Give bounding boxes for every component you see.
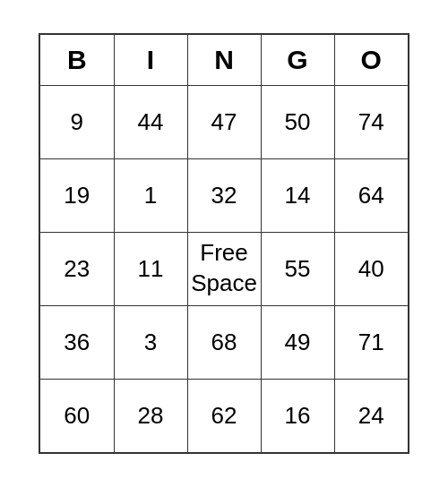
table-row: 191321464	[40, 158, 408, 232]
header-row: B I N G O	[40, 35, 408, 85]
cell-r4-c1: 28	[114, 379, 187, 452]
cell-r0-c1: 44	[114, 85, 187, 158]
cell-r0-c2: 47	[187, 85, 261, 158]
cell-r2-c4: 40	[334, 232, 408, 305]
cell-r0-c4: 74	[334, 85, 408, 158]
cell-r2-c3: 55	[261, 232, 334, 305]
table-row: 6028621624	[40, 379, 408, 452]
bingo-card: B I N G O 9444750741913214642311FreeSpac…	[39, 33, 409, 454]
cell-r3-c3: 49	[261, 305, 334, 379]
cell-r0-c3: 50	[261, 85, 334, 158]
table-row: 944475074	[40, 85, 408, 158]
cell-r1-c0: 19	[40, 158, 114, 232]
col-i: I	[114, 35, 187, 85]
table-row: 2311FreeSpace5540	[40, 232, 408, 305]
cell-r4-c4: 24	[334, 379, 408, 452]
cell-r3-c1: 3	[114, 305, 187, 379]
cell-r2-c1: 11	[114, 232, 187, 305]
cell-r1-c1: 1	[114, 158, 187, 232]
cell-r3-c4: 71	[334, 305, 408, 379]
col-n: N	[187, 35, 261, 85]
cell-r1-c2: 32	[187, 158, 261, 232]
cell-r3-c0: 36	[40, 305, 114, 379]
cell-r2-c0: 23	[40, 232, 114, 305]
cell-r1-c4: 64	[334, 158, 408, 232]
col-o: O	[334, 35, 408, 85]
cell-r4-c2: 62	[187, 379, 261, 452]
cell-r4-c0: 60	[40, 379, 114, 452]
cell-r1-c3: 14	[261, 158, 334, 232]
col-b: B	[40, 35, 114, 85]
table-row: 363684971	[40, 305, 408, 379]
cell-r3-c2: 68	[187, 305, 261, 379]
col-g: G	[261, 35, 334, 85]
cell-r0-c0: 9	[40, 85, 114, 158]
cell-r2-c2: FreeSpace	[187, 232, 261, 305]
bingo-table: B I N G O 9444750741913214642311FreeSpac…	[40, 35, 408, 452]
cell-r4-c3: 16	[261, 379, 334, 452]
